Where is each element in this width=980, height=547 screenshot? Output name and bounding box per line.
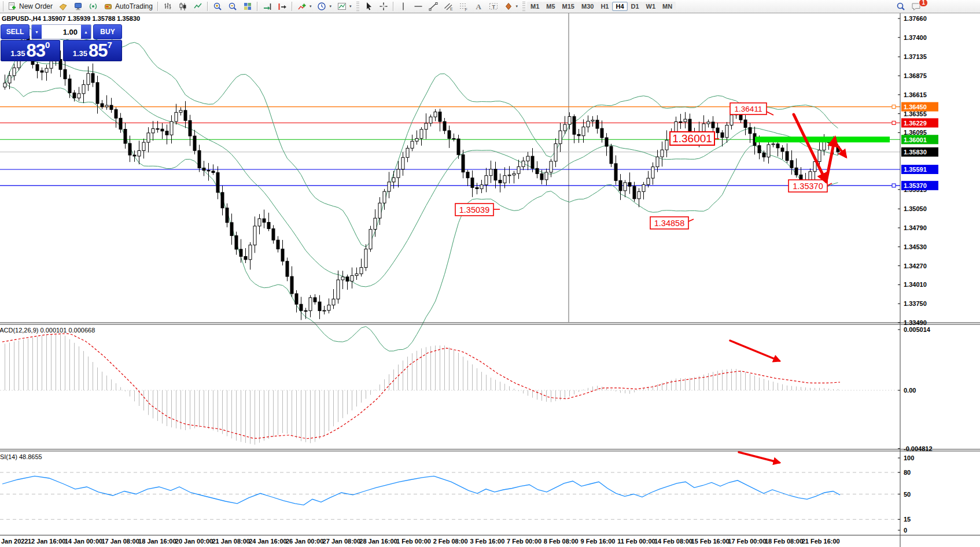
timeframe-m15-button[interactable]: M15 [559, 2, 578, 11]
timeframe-m5-button[interactable]: M5 [543, 2, 558, 11]
terminal-icon[interactable] [71, 1, 86, 12]
templates-button[interactable]: ▾ [334, 1, 355, 12]
line-chart-button[interactable] [190, 1, 205, 12]
lot-increase-button[interactable]: ▲ [81, 25, 91, 39]
fibonacci-button[interactable]: F [456, 1, 471, 12]
time-axis-label: 21 Feb 16:00 [802, 538, 840, 545]
horizontal-line-button[interactable] [411, 1, 426, 12]
fibo-icon: F [459, 2, 468, 11]
template-icon [337, 2, 347, 11]
svg-text:E: E [450, 7, 453, 11]
bar-chart-button[interactable] [160, 1, 175, 12]
sell-button[interactable]: SELL [1, 24, 30, 39]
toolbar-right-group: 1 [893, 1, 924, 12]
chevron-down-icon: ▼ [35, 30, 39, 34]
svg-text:1.37135: 1.37135 [904, 53, 927, 60]
toolbar-separator [157, 2, 159, 11]
autotrading-button[interactable]: AutoTrading [101, 1, 156, 12]
svg-text:1.36229: 1.36229 [904, 120, 927, 127]
search-button[interactable] [893, 1, 908, 12]
broadcast-icon[interactable] [86, 1, 101, 12]
channel-icon: E [444, 2, 453, 11]
candlestick-chart-button[interactable] [175, 1, 190, 12]
toolbar-grip [522, 2, 525, 11]
mt4-window: New OrderAutoTrading▾▾▾EFAT▾M1M5M15M30H1… [0, 0, 980, 547]
clock-icon [317, 2, 326, 11]
sell-price-display[interactable]: 1.35 83 0 [1, 40, 60, 61]
time-axis-label: Jan 2022 [1, 538, 28, 545]
notification-badge: 1 [919, 0, 928, 7]
time-axis-label: 11 Feb 00:00 [617, 538, 655, 545]
shapes-button[interactable]: ▾ [501, 1, 521, 12]
svg-text:1.34790: 1.34790 [904, 224, 927, 231]
highlight-zone[interactable] [755, 136, 890, 142]
trendline-button[interactable] [426, 1, 441, 12]
chart-shift-button[interactable] [275, 1, 290, 12]
broadcast-icon [89, 2, 98, 11]
lot-decrease-button[interactable]: ▼ [32, 25, 42, 39]
time-axis-label: 17 Feb 00:00 [728, 538, 766, 545]
label-button[interactable]: T [486, 1, 501, 12]
trend-icon [429, 2, 438, 11]
crosshair-button[interactable] [376, 1, 391, 12]
chart-canvas[interactable]: 1.376601.374001.371351.368751.366151.363… [0, 0, 980, 547]
buy-price-display[interactable]: 1.35 85 7 [63, 40, 123, 61]
time-axis-label: 14 Feb 08:00 [654, 538, 692, 545]
price-callout-label: 1.36411 [735, 105, 762, 113]
timeframe-d1-button[interactable]: D1 [628, 2, 643, 11]
doc-plus-icon [8, 2, 17, 11]
labelT-icon: T [489, 2, 498, 11]
vertical-line-button[interactable] [396, 1, 411, 12]
text-button[interactable]: A [471, 1, 486, 12]
zoom-in-button[interactable] [210, 1, 225, 12]
auto-scroll-button[interactable] [260, 1, 275, 12]
time-axis-label: 12 Jan 16:00 [28, 538, 65, 545]
indicators-button[interactable]: ▾ [294, 1, 315, 12]
svg-text:A: A [476, 2, 481, 11]
autotrading-button-label: AutoTrading [115, 2, 153, 10]
timeframe-h4-button[interactable]: H4 [612, 2, 627, 11]
time-axis-label: 9 Feb 16:00 [581, 538, 616, 545]
timeframe-m30-button[interactable]: M30 [578, 2, 597, 11]
buy-price-pip: 7 [107, 41, 112, 49]
periods-button[interactable]: ▾ [314, 1, 334, 12]
tile-windows-button[interactable] [240, 1, 255, 12]
buy-price-main: 85 [89, 42, 107, 60]
svg-text:1.35050: 1.35050 [904, 205, 927, 212]
time-axis[interactable]: Jan 202212 Jan 16:0014 Jan 00:0017 Jan 0… [1, 538, 840, 545]
zoom-out-button[interactable] [225, 1, 240, 12]
bars-icon [163, 2, 172, 11]
svg-text:0.00: 0.00 [904, 387, 916, 394]
dropdown-caret-icon: ▾ [310, 4, 312, 9]
cursor-icon [364, 2, 373, 11]
time-axis-label: 1 Feb 00:00 [396, 538, 431, 545]
timeframe-h1-button[interactable]: H1 [597, 2, 612, 11]
zoomin-icon [213, 2, 222, 11]
channel-button[interactable]: E [441, 1, 456, 12]
crosshair-icon [379, 2, 388, 11]
timeframe-w1-button[interactable]: W1 [643, 2, 660, 11]
svg-text:-0.004812: -0.004812 [904, 445, 933, 452]
toolbar-separator [207, 2, 208, 11]
new-order-button[interactable]: New Order [5, 1, 56, 12]
svg-text:1.35370: 1.35370 [904, 182, 927, 189]
dropdown-caret-icon: ▾ [516, 4, 518, 9]
svg-text:0: 0 [904, 527, 907, 534]
dropdown-caret-icon: ▾ [349, 4, 352, 9]
timeframe-mn-button[interactable]: MN [659, 2, 676, 11]
svg-text:1.36001: 1.36001 [904, 136, 927, 143]
cursor-button[interactable] [361, 1, 376, 12]
chat-button[interactable]: 1 [908, 1, 924, 12]
time-axis-label: 3 Feb 16:00 [470, 538, 504, 545]
svg-text:1.33490: 1.33490 [904, 319, 927, 326]
trade-prices-row: 1.35 83 0 1.35 85 7 [1, 40, 122, 61]
chart-symbol-title: GBPUSD-,H4 1.35907 1.35939 1.35788 1.358… [2, 15, 140, 22]
lot-size-input[interactable] [42, 25, 81, 39]
autoscroll-icon [263, 2, 272, 11]
buy-button[interactable]: BUY [93, 24, 122, 39]
gold-tag-icon[interactable] [56, 1, 71, 12]
rsi-indicator-label: RSI(14) 48.8655 [0, 453, 42, 460]
svg-text:1.33750: 1.33750 [904, 300, 927, 307]
timeframe-m1-button[interactable]: M1 [527, 2, 543, 11]
price-callout-label: 1.34858 [654, 219, 684, 228]
